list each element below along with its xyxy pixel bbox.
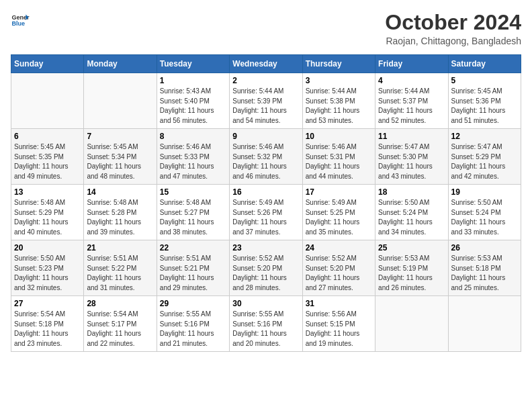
calendar-table: SundayMondayTuesdayWednesdayThursdayFrid… (11, 54, 521, 352)
day-info: Sunrise: 5:53 AMSunset: 5:18 PMDaylight:… (451, 254, 518, 293)
day-number: 10 (306, 132, 372, 141)
calendar-cell: 12Sunrise: 5:47 AMSunset: 5:29 PMDayligh… (448, 129, 521, 185)
day-info: Sunrise: 5:49 AMSunset: 5:26 PMDaylight:… (232, 198, 299, 237)
day-info: Sunrise: 5:50 AMSunset: 5:23 PMDaylight:… (14, 254, 81, 293)
day-info: Sunrise: 5:47 AMSunset: 5:30 PMDaylight:… (378, 142, 445, 181)
calendar-cell: 23Sunrise: 5:52 AMSunset: 5:20 PMDayligh… (230, 240, 302, 296)
svg-text:Blue: Blue (11, 20, 25, 27)
day-info: Sunrise: 5:54 AMSunset: 5:17 PMDaylight:… (87, 310, 153, 349)
day-number: 1 (160, 76, 226, 85)
calendar-cell: 10Sunrise: 5:46 AMSunset: 5:31 PMDayligh… (302, 129, 375, 185)
calendar-week-row: 6Sunrise: 5:45 AMSunset: 5:35 PMDaylight… (11, 129, 521, 185)
day-number: 3 (306, 76, 372, 85)
day-number: 26 (451, 243, 518, 253)
day-number: 16 (232, 187, 299, 197)
day-number: 17 (306, 187, 372, 197)
logo-icon: General Blue (11, 11, 30, 30)
calendar-cell: 2Sunrise: 5:44 AMSunset: 5:39 PMDaylight… (230, 73, 302, 129)
day-info: Sunrise: 5:49 AMSunset: 5:25 PMDaylight:… (306, 198, 372, 237)
day-number: 8 (160, 132, 226, 141)
month-title: October 2024 (385, 11, 521, 34)
day-info: Sunrise: 5:54 AMSunset: 5:18 PMDaylight:… (14, 310, 81, 349)
calendar-cell: 6Sunrise: 5:45 AMSunset: 5:35 PMDaylight… (11, 129, 84, 185)
weekday-header: Monday (84, 55, 157, 73)
calendar-cell: 21Sunrise: 5:51 AMSunset: 5:22 PMDayligh… (84, 240, 157, 296)
day-info: Sunrise: 5:52 AMSunset: 5:20 PMDaylight:… (232, 254, 299, 293)
weekday-header: Wednesday (230, 55, 302, 73)
weekday-header: Saturday (448, 55, 521, 73)
day-number: 14 (87, 187, 153, 197)
day-number: 25 (378, 243, 445, 253)
calendar-cell: 28Sunrise: 5:54 AMSunset: 5:17 PMDayligh… (84, 296, 157, 352)
day-info: Sunrise: 5:43 AMSunset: 5:40 PMDaylight:… (160, 87, 226, 126)
day-number: 28 (87, 299, 153, 308)
day-number: 13 (14, 187, 81, 197)
day-info: Sunrise: 5:46 AMSunset: 5:31 PMDaylight:… (306, 142, 372, 181)
day-number: 18 (378, 187, 445, 197)
calendar-cell (84, 73, 157, 129)
day-number: 15 (160, 187, 226, 197)
weekday-header: Tuesday (157, 55, 229, 73)
calendar-cell: 16Sunrise: 5:49 AMSunset: 5:26 PMDayligh… (230, 185, 302, 240)
calendar-cell: 9Sunrise: 5:46 AMSunset: 5:32 PMDaylight… (230, 129, 302, 185)
day-info: Sunrise: 5:51 AMSunset: 5:22 PMDaylight:… (87, 254, 153, 293)
day-info: Sunrise: 5:52 AMSunset: 5:20 PMDaylight:… (306, 254, 372, 293)
day-number: 31 (306, 299, 372, 308)
day-info: Sunrise: 5:45 AMSunset: 5:36 PMDaylight:… (451, 87, 518, 126)
calendar-cell: 31Sunrise: 5:56 AMSunset: 5:15 PMDayligh… (302, 296, 375, 352)
calendar-cell: 15Sunrise: 5:48 AMSunset: 5:27 PMDayligh… (157, 185, 229, 240)
calendar-cell: 18Sunrise: 5:50 AMSunset: 5:24 PMDayligh… (375, 185, 448, 240)
day-number: 22 (160, 243, 226, 253)
calendar-header: SundayMondayTuesdayWednesdayThursdayFrid… (11, 55, 521, 73)
calendar-cell: 8Sunrise: 5:46 AMSunset: 5:33 PMDaylight… (157, 129, 229, 185)
day-info: Sunrise: 5:50 AMSunset: 5:24 PMDaylight:… (378, 198, 445, 237)
day-info: Sunrise: 5:46 AMSunset: 5:32 PMDaylight:… (232, 142, 299, 181)
day-number: 2 (232, 76, 299, 85)
logo: General Blue (11, 11, 30, 30)
day-number: 9 (232, 132, 299, 141)
day-info: Sunrise: 5:48 AMSunset: 5:28 PMDaylight:… (87, 198, 153, 237)
calendar-cell: 7Sunrise: 5:45 AMSunset: 5:34 PMDaylight… (84, 129, 157, 185)
day-info: Sunrise: 5:46 AMSunset: 5:33 PMDaylight:… (160, 142, 226, 181)
calendar-week-row: 1Sunrise: 5:43 AMSunset: 5:40 PMDaylight… (11, 73, 521, 129)
day-info: Sunrise: 5:51 AMSunset: 5:21 PMDaylight:… (160, 254, 226, 293)
calendar-cell (11, 73, 84, 129)
calendar-cell: 13Sunrise: 5:48 AMSunset: 5:29 PMDayligh… (11, 185, 84, 240)
day-number: 29 (160, 299, 226, 308)
day-info: Sunrise: 5:44 AMSunset: 5:38 PMDaylight:… (306, 87, 372, 126)
day-number: 12 (451, 132, 518, 141)
day-number: 5 (451, 76, 518, 85)
calendar-cell: 17Sunrise: 5:49 AMSunset: 5:25 PMDayligh… (302, 185, 375, 240)
day-number: 30 (232, 299, 299, 308)
day-number: 24 (306, 243, 372, 253)
calendar-cell (375, 296, 448, 352)
calendar-cell: 27Sunrise: 5:54 AMSunset: 5:18 PMDayligh… (11, 296, 84, 352)
calendar-cell: 5Sunrise: 5:45 AMSunset: 5:36 PMDaylight… (448, 73, 521, 129)
calendar-cell: 19Sunrise: 5:50 AMSunset: 5:24 PMDayligh… (448, 185, 521, 240)
calendar-cell: 14Sunrise: 5:48 AMSunset: 5:28 PMDayligh… (84, 185, 157, 240)
day-info: Sunrise: 5:53 AMSunset: 5:19 PMDaylight:… (378, 254, 445, 293)
calendar-cell: 22Sunrise: 5:51 AMSunset: 5:21 PMDayligh… (157, 240, 229, 296)
day-number: 21 (87, 243, 153, 253)
calendar-week-row: 20Sunrise: 5:50 AMSunset: 5:23 PMDayligh… (11, 240, 521, 296)
page-header: General Blue October 2024 Raojan, Chitta… (11, 11, 521, 46)
location-subtitle: Raojan, Chittagong, Bangladesh (385, 36, 521, 46)
day-info: Sunrise: 5:47 AMSunset: 5:29 PMDaylight:… (451, 142, 518, 181)
calendar-week-row: 27Sunrise: 5:54 AMSunset: 5:18 PMDayligh… (11, 296, 521, 352)
day-info: Sunrise: 5:48 AMSunset: 5:29 PMDaylight:… (14, 198, 81, 237)
calendar-cell: 29Sunrise: 5:55 AMSunset: 5:16 PMDayligh… (157, 296, 229, 352)
day-info: Sunrise: 5:45 AMSunset: 5:34 PMDaylight:… (87, 142, 153, 181)
calendar-cell: 11Sunrise: 5:47 AMSunset: 5:30 PMDayligh… (375, 129, 448, 185)
day-number: 19 (451, 187, 518, 197)
day-info: Sunrise: 5:55 AMSunset: 5:16 PMDaylight:… (232, 310, 299, 349)
day-number: 6 (14, 132, 81, 141)
day-number: 11 (378, 132, 445, 141)
calendar-cell: 1Sunrise: 5:43 AMSunset: 5:40 PMDaylight… (157, 73, 229, 129)
calendar-cell: 4Sunrise: 5:44 AMSunset: 5:37 PMDaylight… (375, 73, 448, 129)
calendar-cell (448, 296, 521, 352)
calendar-cell: 20Sunrise: 5:50 AMSunset: 5:23 PMDayligh… (11, 240, 84, 296)
day-info: Sunrise: 5:55 AMSunset: 5:16 PMDaylight:… (160, 310, 226, 349)
calendar-cell: 3Sunrise: 5:44 AMSunset: 5:38 PMDaylight… (302, 73, 375, 129)
day-info: Sunrise: 5:48 AMSunset: 5:27 PMDaylight:… (160, 198, 226, 237)
weekday-header: Thursday (302, 55, 375, 73)
